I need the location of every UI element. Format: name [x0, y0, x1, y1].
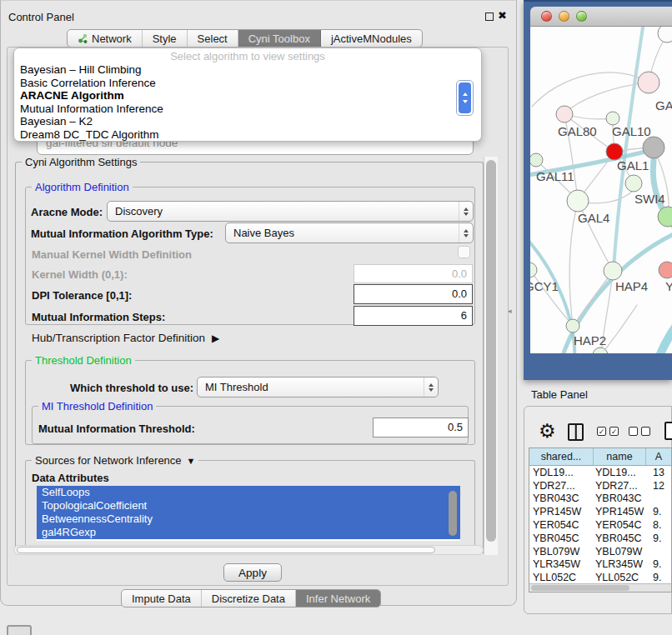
close-traffic-icon[interactable] [541, 11, 552, 22]
graph-node[interactable] [606, 143, 623, 160]
table-row[interactable]: YDR27...YDR27...12 [529, 479, 671, 492]
table-row[interactable]: YPR145WYPR145W9. [529, 505, 671, 518]
tab-cyni-toolbox[interactable]: Cyni Toolbox [238, 30, 321, 47]
node-label: GAL4 [578, 211, 609, 225]
table-row[interactable]: YBR043CYBR043C [529, 492, 671, 506]
table-hscrollbar[interactable] [529, 583, 671, 592]
column-header[interactable]: A [646, 448, 671, 465]
graph-node[interactable] [606, 112, 619, 125]
tab-discretize-data[interactable]: Discretize Data [202, 590, 296, 607]
graph-edge [564, 82, 649, 113]
table-header-row: shared... name A [529, 448, 671, 466]
table-row[interactable]: YLL052CYLL052C9. [529, 571, 671, 584]
graph-node[interactable] [643, 137, 664, 158]
graph-node[interactable] [658, 27, 672, 42]
table-hscrollbar-thumb[interactable] [531, 585, 629, 591]
table-cell: YBR043C [529, 492, 594, 504]
select-all-checkboxes-icon[interactable]: ✓✓ [597, 427, 619, 436]
vscrollbar-thumb[interactable] [486, 160, 496, 542]
node-label: GAL10 [612, 124, 651, 138]
document-icon[interactable] [664, 422, 672, 440]
table-row[interactable]: YER054CYER054C8. [529, 518, 671, 532]
tab-label: Cyni Toolbox [248, 32, 310, 45]
table-row[interactable]: YLR345WYLR345W9. [529, 558, 671, 572]
dropdown-item[interactable]: Bayesian – K2 [14, 115, 481, 128]
table-row[interactable]: YBR045CYBR045C9. [529, 532, 671, 545]
network-canvas[interactable]: GALGAL80GAL10GAL1GAL11SWI4GAL4GCY1HAP4YH… [530, 27, 672, 353]
table-row[interactable]: YBL079WYBL079W [529, 545, 671, 558]
apply-button[interactable]: Apply [223, 563, 282, 582]
mi-steps-field[interactable]: 6 [354, 306, 473, 326]
collapsed-arrow-icon: ▶ [212, 332, 219, 344]
list-item[interactable]: gal4RGexp [37, 526, 460, 539]
which-threshold-label: Which threshold to use: [70, 382, 193, 394]
dropdown-item[interactable]: Dream8 DC_TDC Algorithm [14, 128, 481, 142]
node-label: HAP2 [574, 333, 606, 348]
mi-threshold-field[interactable]: 0.5 [373, 418, 469, 438]
table-cell: 8. [646, 519, 671, 531]
zoom-traffic-icon[interactable] [576, 11, 587, 22]
tab-network[interactable]: Network [68, 30, 143, 47]
which-threshold-select[interactable]: MI Threshold [197, 377, 439, 398]
tab-label: Select [198, 32, 228, 45]
graph-node[interactable] [604, 262, 622, 280]
minimized-window-icon[interactable] [7, 625, 32, 635]
table-cell: YLL052C [529, 572, 594, 583]
mi-threshold-label: Mutual Information Threshold: [38, 422, 195, 435]
minimize-traffic-icon[interactable] [559, 11, 569, 22]
table-cell: YPR145W [594, 506, 646, 518]
list-item[interactable]: SelfLoops [37, 486, 460, 499]
dpi-tolerance-field[interactable]: 0.0 [354, 284, 473, 304]
graph-node[interactable] [530, 262, 537, 278]
list-scrollbar-thumb[interactable] [449, 491, 457, 536]
sources-group-title[interactable]: Sources for Network Inference ▼ [32, 454, 198, 467]
column-header[interactable]: shared... [529, 448, 594, 465]
graph-node[interactable] [659, 262, 672, 278]
tab-impute-data[interactable]: Impute Data [122, 590, 202, 607]
cyni-bottom-tabbar: Impute Data Discretize Data Infer Networ… [121, 589, 381, 608]
node-label: HAP4 [615, 279, 648, 293]
settings-hscrollbar[interactable] [13, 545, 484, 555]
settings-vscrollbar[interactable] [484, 157, 498, 555]
column-header[interactable]: name [594, 448, 646, 465]
manual-kernel-checkbox[interactable] [458, 246, 470, 258]
tab-jactivemnodules[interactable]: jActiveMNodules [321, 30, 422, 47]
aracne-mode-select[interactable]: Discovery [107, 201, 474, 222]
gear-icon[interactable]: ⚙ [539, 422, 556, 441]
graph-node[interactable] [625, 175, 642, 192]
dropdown-item[interactable]: Mutual Information Inference [14, 102, 481, 116]
graph-node[interactable] [556, 106, 573, 122]
list-item[interactable]: BetweennessCentrality [37, 512, 460, 526]
graph-node[interactable] [638, 72, 659, 93]
tab-select[interactable]: Select [188, 30, 238, 47]
combo-stepper-fragment[interactable] [456, 80, 474, 116]
mi-type-select[interactable]: Naive Bayes [225, 222, 474, 243]
table-cell: YLR345W [529, 558, 594, 570]
float-window-icon[interactable] [485, 12, 494, 21]
close-icon[interactable]: ✖ [498, 9, 507, 22]
network-icon [78, 33, 88, 44]
threshold-definition-title: Threshold Definition [32, 354, 135, 367]
node-label: GAL11 [536, 169, 574, 183]
dropdown-item[interactable]: Basic Correlation Inference [14, 77, 481, 90]
list-item[interactable]: TopologicalCoefficient [37, 499, 460, 512]
table-cell: YBL079W [594, 546, 646, 558]
tab-label: Infer Network [306, 592, 370, 605]
data-attributes-list[interactable]: SelfLoops TopologicalCoefficient Between… [37, 486, 460, 541]
table-row[interactable]: YDL19...YDL19...13 [529, 466, 671, 479]
graph-node[interactable] [530, 153, 543, 167]
splitter-handle[interactable]: ◂ [508, 305, 516, 317]
tab-style[interactable]: Style [143, 30, 188, 47]
columns-icon[interactable] [568, 423, 584, 441]
dropdown-item[interactable]: Bayesian – Hill Climbing [14, 63, 481, 77]
algorithm-dropdown-popup: Select algorithm to view settings Bayesi… [13, 48, 482, 142]
tab-infer-network[interactable]: Infer Network [296, 590, 380, 607]
data-attributes-label: Data Attributes [32, 472, 109, 484]
dropdown-item-highlighted[interactable]: ARACNE Algorithm [14, 89, 481, 102]
hub-section-toggle[interactable]: Hub/Transcription Factor Definition ▶ [32, 332, 219, 344]
network-window-titlebar[interactable] [530, 7, 672, 27]
hscrollbar-thumb[interactable] [17, 547, 435, 553]
graph-node[interactable] [566, 319, 579, 332]
deselect-all-checkboxes-icon[interactable] [629, 427, 650, 436]
graph-node[interactable] [567, 190, 589, 212]
